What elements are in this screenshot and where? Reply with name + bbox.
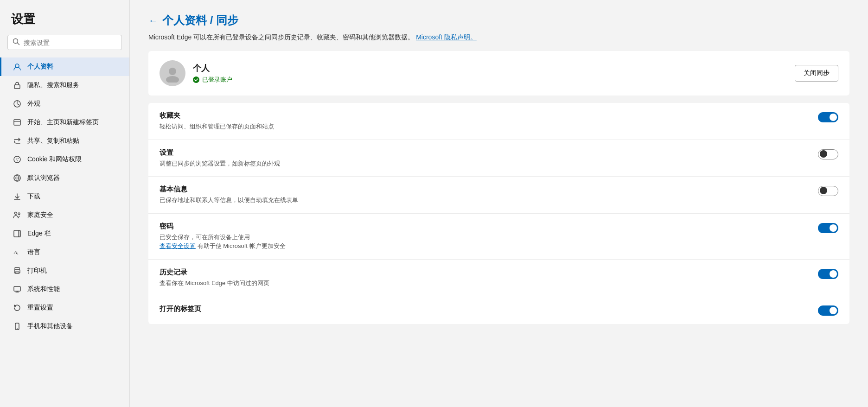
svg-point-25	[193, 76, 199, 83]
search-box[interactable]	[7, 35, 122, 50]
sync-item-desc-favorites: 轻松访问、组织和管理已保存的页面和站点	[160, 122, 811, 131]
toggle-slider-opentabs	[818, 305, 838, 316]
toggle-label-favorites[interactable]	[818, 112, 838, 122]
back-button[interactable]: ←	[148, 15, 158, 26]
search-input[interactable]	[24, 39, 117, 46]
sidebar-item-cookies[interactable]: Cookie 和网站权限	[0, 150, 129, 169]
avatar	[160, 60, 185, 86]
nav-label-newtab: 开始、主页和新建标签页	[27, 118, 99, 127]
sidebar-item-privacy[interactable]: 隐私、搜索和服务	[0, 76, 129, 95]
nav-icon-mobile	[13, 322, 22, 331]
sidebar-item-mobile[interactable]: 手机和其他设备	[0, 317, 129, 336]
nav-label-edgebar: Edge 栏	[27, 229, 51, 238]
nav-label-cookies: Cookie 和网站权限	[27, 155, 82, 164]
sync-item-title-settings: 设置	[160, 148, 811, 157]
sync-toggle-history[interactable]	[818, 269, 838, 279]
search-icon	[13, 38, 20, 47]
sync-item-basicinfo: 基本信息 已保存地址和联系人等信息，以便自动填充在线表单	[148, 177, 849, 214]
nav-icon-share	[13, 136, 22, 146]
page-header: ← 个人资料 / 同步	[148, 13, 849, 28]
close-sync-button[interactable]: 关闭同步	[795, 65, 838, 82]
sync-item-text-passwords: 密码 已安全保存，可在所有设备上使用查看安全设置 有助于使 Microsoft …	[160, 222, 811, 251]
profile-info: 个人 已登录账户	[193, 63, 787, 84]
sync-toggle-favorites[interactable]	[818, 112, 838, 122]
nav-icon-reset	[13, 303, 22, 312]
sidebar-item-download[interactable]: 下载	[0, 187, 129, 206]
svg-point-9	[17, 160, 18, 161]
sync-item-settings: 设置 调整已同步的浏览器设置，如新标签页的外观	[148, 140, 849, 177]
svg-point-24	[166, 76, 179, 83]
sidebar-item-family[interactable]: 家庭安全	[0, 206, 129, 224]
toggle-label-settings[interactable]	[818, 149, 838, 159]
sync-item-title-passwords: 密码	[160, 222, 811, 231]
nav-label-mobile: 手机和其他设备	[27, 322, 73, 331]
sync-section: 收藏夹 轻松访问、组织和管理已保存的页面和站点 设置 调整已同步的浏览器设置，如…	[148, 103, 849, 324]
sidebar-item-newtab[interactable]: 开始、主页和新建标签页	[0, 113, 129, 132]
sync-item-desc-basicinfo: 已保存地址和联系人等信息，以便自动填充在线表单	[160, 196, 811, 205]
sidebar-item-reset[interactable]: 重置设置	[0, 299, 129, 317]
sync-item-text-favorites: 收藏夹 轻松访问、组织和管理已保存的页面和站点	[160, 111, 811, 131]
sync-item-desc-passwords: 已安全保存，可在所有设备上使用查看安全设置 有助于使 Microsoft 帐户更…	[160, 233, 811, 251]
toggle-slider-settings	[818, 149, 838, 159]
toggle-slider-history	[818, 269, 838, 279]
nav-label-reset: 重置设置	[27, 304, 53, 312]
toggle-slider-basicinfo	[818, 186, 838, 196]
nav-label-browser: 默认浏览器	[27, 174, 60, 182]
svg-rect-19	[15, 272, 19, 273]
nav-icon-cookies	[13, 155, 22, 164]
sync-item-text-history: 历史记录 查看你在 Microsoft Edge 中访问过的网页	[160, 268, 811, 288]
sync-item-title-favorites: 收藏夹	[160, 111, 811, 120]
svg-point-6	[14, 156, 20, 163]
sidebar-item-system[interactable]: 系统和性能	[0, 280, 129, 299]
svg-text:i: i	[17, 251, 19, 255]
privacy-link[interactable]: Microsoft 隐私声明。	[416, 33, 477, 41]
svg-point-12	[18, 213, 20, 215]
nav-label-language: 语言	[27, 248, 40, 256]
sidebar-item-appearance[interactable]: 外观	[0, 95, 129, 113]
svg-rect-20	[14, 286, 20, 291]
sync-item-text-settings: 设置 调整已同步的浏览器设置，如新标签页的外观	[160, 148, 811, 168]
sync-toggle-settings[interactable]	[818, 149, 838, 159]
nav-label-appearance: 外观	[27, 100, 40, 108]
sync-toggle-basicinfo[interactable]	[818, 186, 838, 196]
nav-label-printer: 打印机	[27, 267, 47, 275]
security-settings-link[interactable]: 查看安全设置	[160, 242, 196, 249]
sync-item-passwords: 密码 已安全保存，可在所有设备上使用查看安全设置 有助于使 Microsoft …	[148, 214, 849, 260]
nav-icon-edgebar	[13, 229, 22, 238]
nav-icon-appearance	[13, 99, 22, 108]
sync-item-title-history: 历史记录	[160, 268, 811, 277]
toggle-label-passwords[interactable]	[818, 223, 838, 233]
profile-card: 个人 已登录账户 关闭同步	[148, 51, 849, 95]
page-title: 个人资料 / 同步	[162, 13, 238, 28]
toggle-label-history[interactable]	[818, 269, 838, 279]
sync-item-text-opentabs: 打开的标签页	[160, 305, 811, 315]
nav-label-system: 系统和性能	[27, 285, 60, 293]
svg-rect-3	[14, 85, 20, 89]
nav-icon-download	[13, 192, 22, 201]
sync-item-title-basicinfo: 基本信息	[160, 185, 811, 194]
main-content: ← 个人资料 / 同步 Microsoft Edge 可以在所有已登录设备之间同…	[130, 0, 868, 407]
sync-item-favorites: 收藏夹 轻松访问、组织和管理已保存的页面和站点	[148, 103, 849, 140]
page-description: Microsoft Edge 可以在所有已登录设备之间同步历史记录、收藏夹、密码…	[148, 33, 849, 42]
sidebar-item-browser[interactable]: 默认浏览器	[0, 169, 129, 187]
nav-icon-language: Ai	[13, 248, 22, 257]
profile-verified: 已登录账户	[193, 76, 787, 84]
sidebar-item-profile[interactable]: 个人资料	[0, 57, 129, 76]
nav-icon-family	[13, 210, 22, 220]
nav-icon-newtab	[13, 118, 22, 127]
toggle-label-opentabs[interactable]	[818, 305, 838, 316]
sidebar-item-edgebar[interactable]: Edge 栏	[0, 224, 129, 243]
toggle-label-basicinfo[interactable]	[818, 186, 838, 196]
sidebar-item-printer[interactable]: 打印机	[0, 261, 129, 280]
nav-label-download: 下载	[27, 192, 40, 201]
nav-icon-printer	[13, 266, 22, 275]
sidebar-item-language[interactable]: Ai 语言	[0, 243, 129, 261]
sync-toggle-opentabs[interactable]	[818, 305, 838, 316]
svg-point-8	[18, 158, 19, 159]
sidebar-item-share[interactable]: 共享、复制和粘贴	[0, 132, 129, 150]
sidebar-title: 设置	[0, 11, 129, 35]
sync-item-opentabs: 打开的标签页	[148, 296, 849, 324]
nav-icon-browser	[13, 173, 22, 183]
sync-toggle-passwords[interactable]	[818, 223, 838, 233]
nav-icon-system	[13, 285, 22, 294]
